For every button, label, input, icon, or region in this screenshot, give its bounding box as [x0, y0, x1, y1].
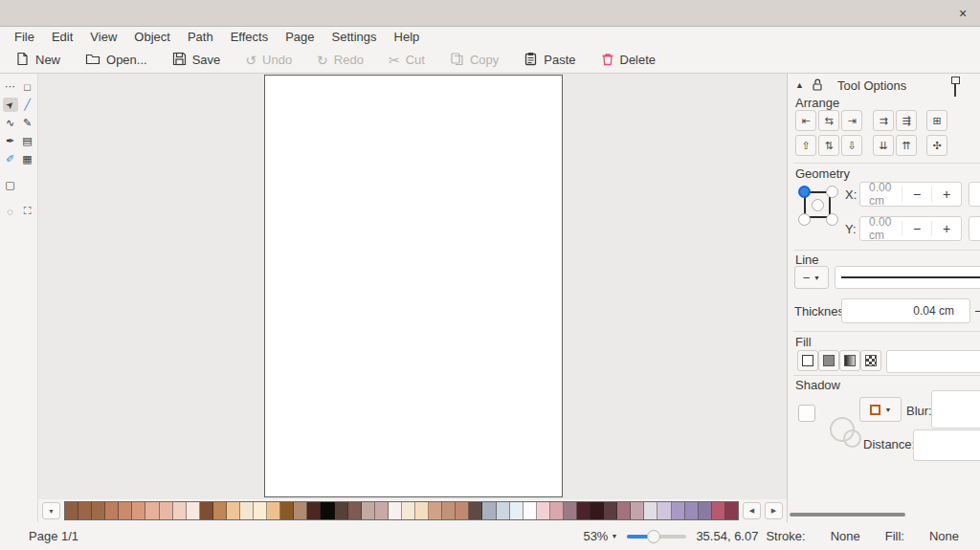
menu-item[interactable]: View: [81, 28, 125, 46]
canvas-area[interactable]: [38, 74, 787, 499]
fill-none-button[interactable]: [797, 350, 818, 371]
menu-item[interactable]: File: [6, 28, 43, 46]
anchor-top-left[interactable]: [798, 186, 811, 198]
palette-swatch[interactable]: [160, 502, 173, 519]
palette-swatch[interactable]: [240, 502, 254, 519]
scatter-button[interactable]: ✣: [926, 135, 947, 156]
menu-item[interactable]: Object: [125, 28, 179, 46]
new-button[interactable]: New: [8, 49, 68, 72]
save-button[interactable]: Save: [165, 49, 229, 72]
shadow-checkbox[interactable]: [798, 405, 815, 422]
palette-swatch[interactable]: [375, 502, 389, 519]
delete-button[interactable]: Delete: [593, 49, 664, 72]
palette-swatch[interactable]: [564, 502, 577, 519]
palette-swatch[interactable]: [456, 502, 469, 519]
palette-swatch[interactable]: [523, 502, 537, 519]
calligraphy-tool-button[interactable]: ✒: [3, 134, 18, 148]
anchor-top-right[interactable]: [826, 186, 838, 198]
menu-item[interactable]: Help: [386, 28, 429, 46]
fill-gradient-button[interactable]: [839, 350, 860, 371]
anchor-center[interactable]: [812, 199, 824, 211]
redo-button[interactable]: ↻ Redo: [309, 50, 371, 70]
canvas-page[interactable]: [264, 75, 563, 497]
x-value[interactable]: 0.00 cm: [860, 181, 902, 208]
palette-swatch[interactable]: [307, 502, 321, 519]
rect-tool-button[interactable]: □: [20, 79, 35, 94]
thickness-input[interactable]: 0.04 cm: [841, 298, 970, 323]
x-plus-button[interactable]: +: [931, 187, 961, 202]
shape-tool-button[interactable]: ▢: [3, 178, 18, 192]
align-right-button[interactable]: ⇥: [841, 110, 862, 131]
palette-swatch[interactable]: [537, 502, 550, 519]
align-bottom-button[interactable]: ⇩: [841, 135, 862, 156]
anchor-point-selector[interactable]: [796, 183, 840, 231]
distribute-v-gaps-button[interactable]: ⇈: [896, 135, 917, 156]
zoom-control[interactable]: 53% ▼: [583, 529, 617, 543]
fill-color-well[interactable]: [886, 350, 980, 373]
fill-pattern-button[interactable]: [860, 350, 881, 371]
palette-swatch[interactable]: [254, 502, 267, 519]
distribute-v-button[interactable]: ⇊: [873, 135, 894, 156]
fill-status-value[interactable]: None: [929, 529, 959, 543]
palette-swatch[interactable]: [132, 502, 145, 519]
anchor-bottom-left[interactable]: [798, 213, 811, 226]
palette-swatch[interactable]: [644, 502, 657, 519]
pencil-tool-button[interactable]: ✎: [20, 116, 35, 130]
paste-button[interactable]: Paste: [516, 49, 583, 72]
align-center-v-button[interactable]: ⇅: [818, 135, 839, 156]
palette-swatch[interactable]: [482, 502, 496, 519]
image-tool-button[interactable]: ▤: [20, 134, 35, 148]
open-button[interactable]: Open...: [78, 49, 155, 72]
line-style-dropdown[interactable]: – ▼: [794, 266, 829, 289]
palette-swatch[interactable]: [590, 502, 604, 519]
group-button[interactable]: ⊞: [926, 110, 947, 131]
y-plus-button[interactable]: +: [931, 221, 961, 236]
height-spinbox-cut[interactable]: [969, 216, 980, 241]
palette-swatch[interactable]: [227, 502, 240, 519]
palette-swatch[interactable]: [497, 502, 510, 519]
cut-button[interactable]: ✂ Cut: [381, 50, 433, 70]
distribute-h-gaps-button[interactable]: ⇶: [896, 110, 917, 131]
more-tools-button[interactable]: ⋯: [3, 79, 18, 94]
palette-swatch[interactable]: [65, 502, 78, 519]
line-tool-button[interactable]: ╱: [20, 98, 35, 112]
palette-swatch[interactable]: [187, 502, 200, 519]
palette-swatch[interactable]: [105, 502, 119, 519]
palette-swatch[interactable]: [617, 502, 631, 519]
menu-item[interactable]: Settings: [323, 28, 386, 46]
shadow-color-dropdown[interactable]: ▼: [859, 397, 902, 422]
palette-swatch[interactable]: [119, 502, 132, 519]
fill-solid-button[interactable]: [818, 350, 839, 371]
palette-swatch[interactable]: [348, 502, 362, 519]
x-minus-button[interactable]: −: [902, 187, 931, 202]
zoom-slider[interactable]: [627, 535, 686, 539]
palette-swatch[interactable]: [145, 502, 159, 519]
palette-swatch[interactable]: [429, 502, 442, 519]
panel-collapse-button[interactable]: ▲: [795, 80, 804, 90]
palette-swatch[interactable]: [200, 502, 213, 519]
copy-button[interactable]: Copy: [442, 49, 506, 72]
palette-expander-button[interactable]: ▼: [42, 502, 60, 519]
width-spinbox-cut[interactable]: [969, 182, 980, 207]
menu-item[interactable]: Edit: [43, 28, 81, 46]
zoom-slider-handle[interactable]: [647, 530, 660, 543]
palette-swatch[interactable]: [213, 502, 227, 519]
palette-swatch[interactable]: [577, 502, 590, 519]
select-tool-button[interactable]: ➤: [3, 98, 18, 112]
palette-swatch[interactable]: [550, 502, 564, 519]
menu-item[interactable]: Path: [179, 28, 222, 46]
transform-tool-button[interactable]: ⛶: [20, 204, 35, 218]
palette-swatch[interactable]: [335, 502, 348, 519]
line-preview[interactable]: [835, 266, 980, 289]
palette-swatch[interactable]: [280, 502, 294, 519]
palette-swatch[interactable]: [657, 502, 671, 519]
palette-swatch[interactable]: [604, 502, 617, 519]
anchor-bottom-right[interactable]: [826, 213, 838, 226]
close-button[interactable]: ×: [953, 4, 972, 23]
palette-swatch[interactable]: [510, 502, 523, 519]
palette-swatch[interactable]: [92, 502, 105, 519]
palette-swatch[interactable]: [402, 502, 415, 519]
palette-swatch[interactable]: [672, 502, 685, 519]
thickness-minus-button[interactable]: −: [974, 303, 980, 319]
palette-swatch[interactable]: [469, 502, 482, 519]
